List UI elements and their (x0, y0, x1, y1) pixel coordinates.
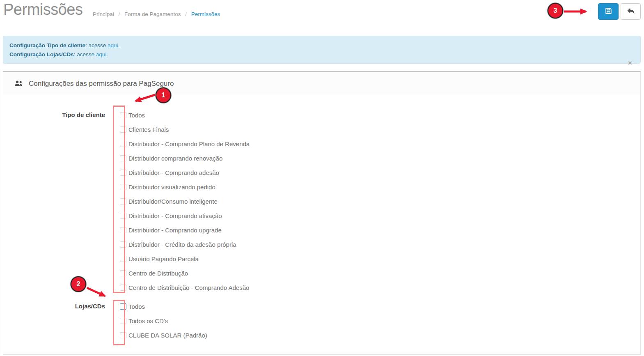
form-group-tipo-de-cliente: Tipo de cliente Todos Clientes Finais Di… (11, 108, 632, 295)
checkbox[interactable] (120, 213, 126, 219)
option-centro-distribuicao-adesao[interactable]: Centro de Distribuição - Comprando Adesã… (120, 280, 250, 295)
checkbox[interactable] (120, 227, 126, 233)
option-distribuidor-renovacao[interactable]: Distribuidor comprando renovação (120, 151, 250, 165)
option-centro-distribucao[interactable]: Centro de Distribução (120, 266, 250, 280)
option-distribuidor-upgrade[interactable]: Distribuidor - Comprando upgrade (120, 223, 250, 237)
save-button[interactable] (598, 3, 619, 20)
page-title: Permissões (3, 1, 83, 18)
info-alert: Configuração Tipo de cliente: acesse aqu… (3, 36, 641, 64)
annotation-badge-3: 3 (548, 3, 563, 18)
form-group-lojas-cds: Lojas/CDs Todos Todos os CD's CLUBE DA S… (11, 299, 632, 342)
checkbox[interactable] (120, 126, 126, 133)
checkbox[interactable] (120, 256, 126, 262)
checkbox[interactable] (120, 141, 126, 147)
option-distribuidor-plano-revenda[interactable]: Distribuidor - Comprando Plano de Revend… (120, 137, 250, 151)
alert-line-lojas-cds: Configuração Lojas/CDs: acesse aqui. (9, 50, 634, 59)
annotation-badge-1: 1 (156, 87, 171, 103)
permissions-panel: Configurações das permissão para PagSegu… (3, 71, 641, 355)
breadcrumb-item-forma-de-pagamentos[interactable]: Forma de Pagamentos (124, 11, 181, 17)
panel-heading: Configurações das permissão para PagSegu… (3, 72, 640, 95)
breadcrumb-item-permissoes[interactable]: Permissões (191, 11, 220, 17)
lojas-cds-options: Todos Todos os CD's CLUBE DA SOLAR (Padr… (120, 299, 207, 342)
header-actions (598, 3, 641, 20)
panel-title: Configurações das permissão para PagSegu… (29, 80, 174, 88)
back-icon (627, 7, 635, 16)
option-distribuidor-consumo-inteligente[interactable]: Distribuidor/Consumo inteligente (120, 194, 250, 209)
checkbox[interactable] (120, 270, 126, 276)
permissions-page: Permissões Principal / Forma de Pagament… (0, 0, 644, 356)
checkbox[interactable] (120, 170, 126, 176)
config-lojas-cds-link[interactable]: aqui (96, 51, 107, 57)
tipo-de-cliente-label: Tipo de cliente (11, 108, 105, 295)
checkbox[interactable] (120, 198, 126, 204)
breadcrumb-item-principal[interactable]: Principal (93, 11, 114, 17)
option-distribuidor-adesao[interactable]: Distribuidor - Comprando adesão (120, 165, 250, 180)
save-icon (605, 7, 612, 16)
option-usuario-pagando-parcela[interactable]: Usuário Pagando Parcela (120, 252, 250, 266)
back-button[interactable] (621, 3, 641, 20)
option-lojas-todos[interactable]: Todos (120, 299, 207, 314)
checkbox-focused[interactable] (120, 303, 126, 310)
tipo-de-cliente-options: Todos Clientes Finais Distribuidor - Com… (120, 108, 250, 295)
breadcrumb: Principal / Forma de Pagamentos / Permis… (93, 11, 220, 17)
panel-body: Tipo de cliente Todos Clientes Finais Di… (3, 95, 640, 351)
option-distribuidor-credito-adesao[interactable]: Distribuidor - Crédito da adesão própria (120, 237, 250, 252)
checkbox[interactable] (120, 285, 126, 291)
config-tipo-cliente-link[interactable]: aqui (108, 42, 118, 48)
checkbox[interactable] (120, 155, 126, 161)
lojas-cds-label: Lojas/CDs (11, 299, 105, 342)
checkbox[interactable] (120, 241, 126, 248)
annotation-badge-2: 2 (71, 276, 86, 292)
close-icon[interactable]: × (628, 60, 632, 67)
alert-line-tipo-cliente: Configuração Tipo de cliente: acesse aqu… (9, 41, 634, 50)
checkbox[interactable] (120, 332, 126, 338)
option-todos-os-cds[interactable]: Todos os CD's (120, 314, 207, 328)
option-distribuidor-visualizando-pedido[interactable]: Distribuidor visualizando pedido (120, 180, 250, 194)
option-todos[interactable]: Todos (120, 108, 250, 122)
option-clube-da-solar[interactable]: CLUBE DA SOLAR (Padrão) (120, 328, 207, 342)
breadcrumb-separator: / (185, 11, 187, 17)
breadcrumb-separator: / (119, 11, 120, 17)
checkbox[interactable] (120, 318, 126, 324)
users-icon (14, 80, 23, 87)
checkbox[interactable] (120, 184, 126, 190)
option-clientes-finais[interactable]: Clientes Finais (120, 122, 250, 137)
option-distribuidor-ativacao[interactable]: Distribuidor - Comprando ativação (120, 209, 250, 223)
checkbox[interactable] (120, 112, 126, 118)
